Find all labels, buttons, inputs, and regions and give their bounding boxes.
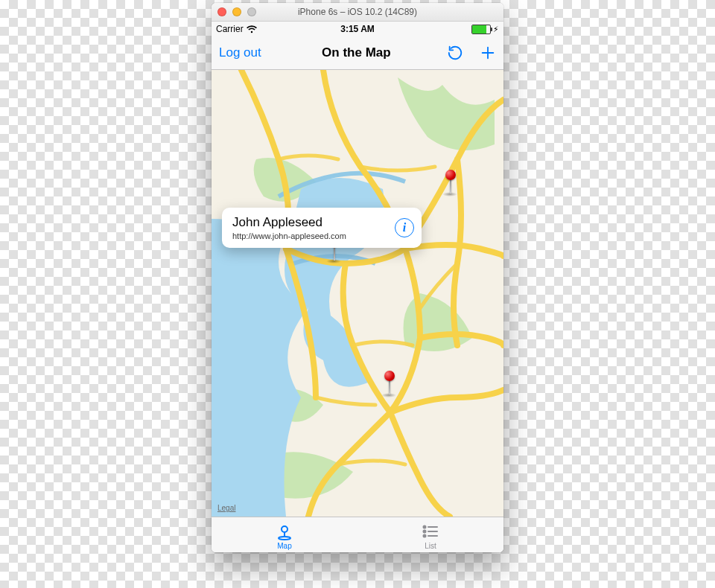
- tab-bar: Map List: [212, 517, 503, 552]
- info-icon: i: [403, 221, 406, 234]
- legal-link[interactable]: Legal: [217, 504, 235, 512]
- callout-title: John Appleseed: [232, 215, 389, 230]
- pin-icon: [445, 170, 456, 180]
- pin-icon: [384, 371, 395, 381]
- clock-label: 3:15 AM: [311, 24, 405, 34]
- map-view[interactable]: John Appleseed http://www.john-appleseed…: [212, 70, 503, 517]
- close-window-icon[interactable]: [217, 7, 226, 16]
- wifi-icon: [247, 25, 257, 33]
- mac-titlebar: iPhone 6s – iOS 10.2 (14C89): [212, 3, 503, 22]
- map-pin[interactable]: [383, 371, 396, 396]
- svg-point-5: [424, 525, 426, 528]
- plus-icon: [480, 45, 496, 61]
- page-title: On the Map: [266, 45, 447, 60]
- map-pin-icon: [275, 523, 294, 540]
- carrier-label: Carrier: [216, 24, 244, 34]
- svg-point-6: [424, 530, 426, 532]
- map-tiles: [212, 70, 503, 517]
- tab-label: List: [425, 542, 436, 550]
- phone-screen: Carrier 3:15 AM ⚡︎ Log out On the Map: [212, 22, 503, 552]
- charging-icon: ⚡︎: [493, 25, 499, 34]
- traffic-lights: [217, 7, 256, 16]
- info-button[interactable]: i: [395, 218, 414, 237]
- tab-label: Map: [277, 542, 291, 550]
- navigation-bar: Log out On the Map: [212, 36, 503, 70]
- minimize-window-icon[interactable]: [232, 7, 241, 16]
- tab-map[interactable]: Map: [212, 517, 358, 552]
- callout-subtitle: http://www.john-appleseed.com: [232, 231, 389, 240]
- simulator-window: iPhone 6s – iOS 10.2 (14C89) Carrier 3:1…: [212, 3, 503, 552]
- tab-list[interactable]: List: [358, 517, 503, 552]
- add-button[interactable]: [480, 45, 496, 61]
- refresh-icon: [447, 45, 463, 61]
- status-bar: Carrier 3:15 AM ⚡︎: [212, 22, 503, 36]
- svg-point-3: [282, 526, 287, 532]
- list-icon: [421, 523, 440, 540]
- pin-callout[interactable]: John Appleseed http://www.john-appleseed…: [222, 208, 422, 248]
- battery-icon: [471, 25, 491, 34]
- refresh-button[interactable]: [447, 45, 463, 61]
- svg-point-7: [424, 534, 426, 537]
- logout-button[interactable]: Log out: [219, 45, 266, 60]
- map-pin[interactable]: [444, 170, 457, 195]
- svg-point-4: [279, 537, 290, 540]
- zoom-window-icon[interactable]: [247, 7, 256, 16]
